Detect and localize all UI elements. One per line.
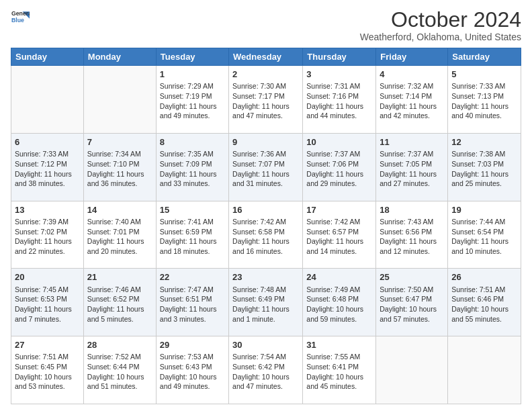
calendar-cell: 20Sunrise: 7:45 AMSunset: 6:53 PMDayligh… [11, 269, 84, 336]
sunset-text: Sunset: 6:51 PM [160, 295, 212, 303]
sunset-text: Sunset: 6:58 PM [232, 228, 285, 236]
header: General Blue October 2024 Weatherford, O… [11, 8, 521, 42]
calendar-week-row: 20Sunrise: 7:45 AMSunset: 6:53 PMDayligh… [11, 269, 521, 336]
sunrise-text: Sunrise: 7:30 AM [232, 82, 286, 90]
calendar-cell: 26Sunrise: 7:51 AMSunset: 6:46 PMDayligh… [448, 269, 521, 336]
calendar-cell [376, 336, 448, 404]
day-number: 28 [87, 339, 152, 351]
sunrise-text: Sunrise: 7:48 AM [232, 285, 286, 293]
daylight-text: Daylight: 10 hours and 49 minutes. [160, 373, 217, 391]
daylight-text: Daylight: 11 hours and 42 minutes. [380, 102, 437, 120]
calendar-cell: 19Sunrise: 7:44 AMSunset: 6:54 PMDayligh… [448, 201, 521, 269]
day-number: 8 [160, 136, 225, 148]
sunrise-text: Sunrise: 7:34 AM [87, 150, 141, 158]
calendar-cell: 27Sunrise: 7:51 AMSunset: 6:45 PMDayligh… [11, 336, 84, 404]
svg-text:General: General [11, 10, 30, 17]
sunrise-text: Sunrise: 7:33 AM [451, 82, 505, 90]
svg-text:Blue: Blue [11, 17, 24, 24]
sunrise-text: Sunrise: 7:45 AM [15, 285, 69, 293]
sunrise-text: Sunrise: 7:52 AM [87, 353, 141, 361]
calendar-header-row: SundayMondayTuesdayWednesdayThursdayFrid… [11, 48, 521, 66]
sunset-text: Sunset: 6:46 PM [451, 295, 504, 303]
day-header-sunday: Sunday [11, 48, 84, 66]
day-number: 13 [15, 204, 80, 216]
daylight-text: Daylight: 11 hours and 27 minutes. [380, 170, 437, 188]
day-number: 24 [306, 271, 372, 283]
sunset-text: Sunset: 7:09 PM [160, 160, 212, 168]
day-number: 19 [451, 204, 517, 216]
day-number: 21 [87, 271, 152, 283]
day-header-saturday: Saturday [448, 48, 521, 66]
calendar-week-row: 13Sunrise: 7:39 AMSunset: 7:02 PMDayligh… [11, 201, 521, 269]
calendar-cell: 17Sunrise: 7:42 AMSunset: 6:57 PMDayligh… [303, 201, 376, 269]
sunset-text: Sunset: 6:54 PM [451, 228, 504, 236]
day-header-wednesday: Wednesday [229, 48, 303, 66]
calendar-cell [448, 336, 521, 404]
daylight-text: Daylight: 11 hours and 38 minutes. [15, 170, 72, 188]
main-title: October 2024 [360, 8, 521, 32]
daylight-text: Daylight: 11 hours and 18 minutes. [160, 237, 217, 255]
sunrise-text: Sunrise: 7:31 AM [306, 82, 360, 90]
daylight-text: Daylight: 11 hours and 16 minutes. [232, 237, 290, 255]
calendar-cell: 6Sunrise: 7:33 AMSunset: 7:12 PMDaylight… [11, 133, 84, 201]
calendar-cell: 3Sunrise: 7:31 AMSunset: 7:16 PMDaylight… [303, 66, 376, 134]
daylight-text: Daylight: 10 hours and 51 minutes. [87, 373, 144, 391]
day-number: 17 [306, 204, 372, 216]
day-number: 25 [380, 271, 444, 283]
sunrise-text: Sunrise: 7:44 AM [451, 218, 505, 226]
daylight-text: Daylight: 11 hours and 29 minutes. [306, 170, 363, 188]
sunrise-text: Sunrise: 7:54 AM [232, 353, 286, 361]
day-number: 1 [160, 68, 225, 81]
calendar-cell: 1Sunrise: 7:29 AMSunset: 7:19 PMDaylight… [156, 66, 228, 134]
sunset-text: Sunset: 6:57 PM [306, 228, 359, 236]
sunset-text: Sunset: 6:49 PM [232, 295, 285, 303]
calendar-cell [83, 66, 156, 134]
daylight-text: Daylight: 10 hours and 59 minutes. [306, 305, 363, 323]
sunset-text: Sunset: 6:52 PM [87, 295, 140, 303]
daylight-text: Daylight: 10 hours and 45 minutes. [306, 373, 363, 391]
day-number: 14 [87, 204, 152, 216]
sunset-text: Sunset: 7:02 PM [15, 228, 67, 236]
calendar-cell: 29Sunrise: 7:53 AMSunset: 6:43 PMDayligh… [156, 336, 228, 404]
sunset-text: Sunset: 6:48 PM [306, 295, 359, 303]
sunset-text: Sunset: 7:17 PM [232, 92, 285, 100]
calendar-cell: 2Sunrise: 7:30 AMSunset: 7:17 PMDaylight… [229, 66, 303, 134]
sunrise-text: Sunrise: 7:36 AM [232, 150, 286, 158]
daylight-text: Daylight: 10 hours and 55 minutes. [451, 305, 508, 323]
sunset-text: Sunset: 6:43 PM [160, 363, 212, 371]
sunset-text: Sunset: 6:41 PM [306, 363, 359, 371]
sunset-text: Sunset: 7:12 PM [15, 160, 67, 168]
day-number: 30 [232, 339, 299, 351]
daylight-text: Daylight: 11 hours and 40 minutes. [451, 102, 508, 120]
calendar-cell: 5Sunrise: 7:33 AMSunset: 7:13 PMDaylight… [448, 66, 521, 134]
day-header-monday: Monday [83, 48, 156, 66]
day-header-friday: Friday [376, 48, 448, 66]
day-header-tuesday: Tuesday [156, 48, 228, 66]
calendar-cell: 14Sunrise: 7:40 AMSunset: 7:01 PMDayligh… [83, 201, 156, 269]
calendar-cell: 7Sunrise: 7:34 AMSunset: 7:10 PMDaylight… [83, 133, 156, 201]
calendar-cell: 15Sunrise: 7:41 AMSunset: 6:59 PMDayligh… [156, 201, 228, 269]
day-header-thursday: Thursday [303, 48, 376, 66]
daylight-text: Daylight: 11 hours and 31 minutes. [232, 170, 290, 188]
sunset-text: Sunset: 6:42 PM [232, 363, 285, 371]
daylight-text: Daylight: 11 hours and 5 minutes. [87, 305, 144, 323]
sunrise-text: Sunrise: 7:33 AM [15, 150, 69, 158]
sunrise-text: Sunrise: 7:39 AM [15, 218, 69, 226]
daylight-text: Daylight: 11 hours and 22 minutes. [15, 237, 72, 255]
sunset-text: Sunset: 6:45 PM [15, 363, 67, 371]
sunset-text: Sunset: 6:53 PM [15, 295, 67, 303]
calendar-cell: 8Sunrise: 7:35 AMSunset: 7:09 PMDaylight… [156, 133, 228, 201]
calendar-table: SundayMondayTuesdayWednesdayThursdayFrid… [11, 48, 521, 404]
sunrise-text: Sunrise: 7:55 AM [306, 353, 360, 361]
calendar-cell: 28Sunrise: 7:52 AMSunset: 6:44 PMDayligh… [83, 336, 156, 404]
calendar-cell: 16Sunrise: 7:42 AMSunset: 6:58 PMDayligh… [229, 201, 303, 269]
day-number: 22 [160, 271, 225, 283]
sunrise-text: Sunrise: 7:29 AM [160, 82, 214, 90]
logo: General Blue [11, 8, 30, 27]
calendar-cell: 13Sunrise: 7:39 AMSunset: 7:02 PMDayligh… [11, 201, 84, 269]
daylight-text: Daylight: 11 hours and 25 minutes. [451, 170, 508, 188]
daylight-text: Daylight: 11 hours and 49 minutes. [160, 102, 217, 120]
sunset-text: Sunset: 7:10 PM [87, 160, 140, 168]
sunrise-text: Sunrise: 7:47 AM [160, 285, 214, 293]
calendar-cell: 24Sunrise: 7:49 AMSunset: 6:48 PMDayligh… [303, 269, 376, 336]
